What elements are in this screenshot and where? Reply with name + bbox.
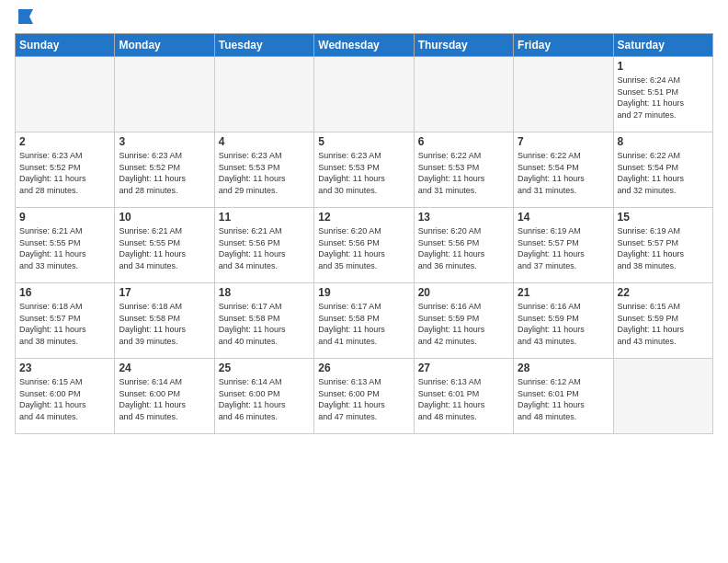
day-info: Sunrise: 6:14 AM Sunset: 6:00 PM Dayligh…: [119, 376, 210, 422]
calendar-day-cell: 3Sunrise: 6:23 AM Sunset: 5:52 PM Daylig…: [115, 132, 214, 208]
svg-marker-0: [18, 9, 33, 24]
calendar-day-cell: 15Sunrise: 6:19 AM Sunset: 5:57 PM Dayli…: [613, 208, 712, 283]
calendar-day-cell: 23Sunrise: 6:15 AM Sunset: 6:00 PM Dayli…: [16, 359, 115, 434]
calendar-day-cell: 10Sunrise: 6:21 AM Sunset: 5:55 PM Dayli…: [115, 208, 214, 283]
calendar-week-row: 1Sunrise: 6:24 AM Sunset: 5:51 PM Daylig…: [16, 57, 713, 132]
day-info: Sunrise: 6:15 AM Sunset: 5:59 PM Dayligh…: [618, 301, 709, 347]
day-number: 28: [518, 362, 609, 374]
calendar-day-cell: 8Sunrise: 6:22 AM Sunset: 5:54 PM Daylig…: [613, 132, 712, 208]
day-number: 10: [119, 211, 210, 224]
day-number: 27: [418, 362, 509, 374]
calendar-day-cell: 26Sunrise: 6:13 AM Sunset: 6:00 PM Dayli…: [314, 359, 414, 434]
day-number: 14: [518, 211, 609, 224]
calendar-week-row: 9Sunrise: 6:21 AM Sunset: 5:55 PM Daylig…: [16, 208, 713, 283]
day-number: 9: [19, 211, 110, 224]
weekday-header-sunday: Sunday: [16, 34, 115, 57]
weekday-header-monday: Monday: [115, 34, 214, 57]
calendar-header: [15, 15, 713, 24]
calendar-day-cell: 18Sunrise: 6:17 AM Sunset: 5:58 PM Dayli…: [214, 283, 313, 359]
day-info: Sunrise: 6:23 AM Sunset: 5:53 PM Dayligh…: [318, 150, 409, 196]
weekday-header-thursday: Thursday: [414, 34, 513, 57]
calendar-day-cell: 5Sunrise: 6:23 AM Sunset: 5:53 PM Daylig…: [314, 132, 414, 208]
day-number: 25: [219, 362, 310, 374]
weekday-header-friday: Friday: [514, 34, 613, 57]
day-number: 2: [19, 135, 110, 148]
calendar-day-cell: 12Sunrise: 6:20 AM Sunset: 5:56 PM Dayli…: [314, 208, 414, 283]
day-info: Sunrise: 6:21 AM Sunset: 5:55 PM Dayligh…: [19, 225, 110, 271]
day-info: Sunrise: 6:23 AM Sunset: 5:53 PM Dayligh…: [219, 150, 310, 196]
day-info: Sunrise: 6:15 AM Sunset: 6:00 PM Dayligh…: [19, 376, 110, 422]
calendar-day-cell: 27Sunrise: 6:13 AM Sunset: 6:01 PM Dayli…: [414, 359, 513, 434]
calendar-day-cell: 14Sunrise: 6:19 AM Sunset: 5:57 PM Dayli…: [514, 208, 613, 283]
calendar-day-cell: 11Sunrise: 6:21 AM Sunset: 5:56 PM Dayli…: [214, 208, 313, 283]
day-info: Sunrise: 6:24 AM Sunset: 5:51 PM Dayligh…: [618, 75, 709, 121]
calendar-day-cell: [115, 57, 214, 132]
calendar-day-cell: 13Sunrise: 6:20 AM Sunset: 5:56 PM Dayli…: [414, 208, 513, 283]
day-number: 17: [119, 286, 210, 299]
calendar-day-cell: [314, 57, 414, 132]
calendar-day-cell: 19Sunrise: 6:17 AM Sunset: 5:58 PM Dayli…: [314, 283, 414, 359]
day-number: 22: [618, 286, 709, 299]
day-info: Sunrise: 6:19 AM Sunset: 5:57 PM Dayligh…: [518, 225, 609, 271]
calendar-day-cell: 7Sunrise: 6:22 AM Sunset: 5:54 PM Daylig…: [514, 132, 613, 208]
day-info: Sunrise: 6:12 AM Sunset: 6:01 PM Dayligh…: [518, 376, 609, 422]
day-info: Sunrise: 6:23 AM Sunset: 5:52 PM Dayligh…: [19, 150, 110, 196]
day-info: Sunrise: 6:21 AM Sunset: 5:56 PM Dayligh…: [219, 225, 310, 271]
page-container: SundayMondayTuesdayWednesdayThursdayFrid…: [0, 0, 728, 442]
day-info: Sunrise: 6:17 AM Sunset: 5:58 PM Dayligh…: [318, 301, 409, 347]
weekday-header-saturday: Saturday: [613, 34, 712, 57]
calendar-week-row: 2Sunrise: 6:23 AM Sunset: 5:52 PM Daylig…: [16, 132, 713, 208]
day-number: 18: [219, 286, 310, 299]
weekday-header-row: SundayMondayTuesdayWednesdayThursdayFrid…: [16, 34, 713, 57]
calendar-day-cell: 1Sunrise: 6:24 AM Sunset: 5:51 PM Daylig…: [613, 57, 712, 132]
day-info: Sunrise: 6:22 AM Sunset: 5:54 PM Dayligh…: [618, 150, 709, 196]
day-info: Sunrise: 6:18 AM Sunset: 5:57 PM Dayligh…: [19, 301, 110, 347]
weekday-header-wednesday: Wednesday: [314, 34, 414, 57]
day-number: 13: [418, 211, 509, 224]
day-number: 15: [618, 211, 709, 224]
day-number: 6: [418, 135, 509, 148]
calendar-day-cell: 22Sunrise: 6:15 AM Sunset: 5:59 PM Dayli…: [613, 283, 712, 359]
day-number: 7: [518, 135, 609, 148]
day-number: 11: [219, 211, 310, 224]
day-info: Sunrise: 6:20 AM Sunset: 5:56 PM Dayligh…: [418, 225, 509, 271]
calendar-day-cell: [613, 359, 712, 434]
calendar-day-cell: 17Sunrise: 6:18 AM Sunset: 5:58 PM Dayli…: [115, 283, 214, 359]
calendar-day-cell: 25Sunrise: 6:14 AM Sunset: 6:00 PM Dayli…: [214, 359, 313, 434]
day-number: 16: [19, 286, 110, 299]
day-info: Sunrise: 6:16 AM Sunset: 5:59 PM Dayligh…: [418, 301, 509, 347]
calendar-day-cell: [514, 57, 613, 132]
day-info: Sunrise: 6:14 AM Sunset: 6:00 PM Dayligh…: [219, 376, 310, 422]
day-number: 4: [219, 135, 310, 148]
calendar-day-cell: 24Sunrise: 6:14 AM Sunset: 6:00 PM Dayli…: [115, 359, 214, 434]
day-info: Sunrise: 6:21 AM Sunset: 5:55 PM Dayligh…: [119, 225, 210, 271]
calendar-week-row: 16Sunrise: 6:18 AM Sunset: 5:57 PM Dayli…: [16, 283, 713, 359]
calendar-day-cell: 20Sunrise: 6:16 AM Sunset: 5:59 PM Dayli…: [414, 283, 513, 359]
calendar-table: SundayMondayTuesdayWednesdayThursdayFrid…: [15, 33, 713, 434]
calendar-day-cell: [214, 57, 313, 132]
day-info: Sunrise: 6:23 AM Sunset: 5:52 PM Dayligh…: [119, 150, 210, 196]
day-number: 26: [318, 362, 409, 374]
day-number: 5: [318, 135, 409, 148]
day-info: Sunrise: 6:13 AM Sunset: 6:00 PM Dayligh…: [318, 376, 409, 422]
day-info: Sunrise: 6:22 AM Sunset: 5:54 PM Dayligh…: [518, 150, 609, 196]
day-number: 8: [618, 135, 709, 148]
calendar-week-row: 23Sunrise: 6:15 AM Sunset: 6:00 PM Dayli…: [16, 359, 713, 434]
day-number: 24: [119, 362, 210, 374]
day-info: Sunrise: 6:22 AM Sunset: 5:53 PM Dayligh…: [418, 150, 509, 196]
logo: [15, 15, 35, 24]
day-number: 23: [19, 362, 110, 374]
day-info: Sunrise: 6:19 AM Sunset: 5:57 PM Dayligh…: [618, 225, 709, 271]
day-info: Sunrise: 6:17 AM Sunset: 5:58 PM Dayligh…: [219, 301, 310, 347]
calendar-day-cell: [16, 57, 115, 132]
day-number: 20: [418, 286, 509, 299]
calendar-day-cell: 9Sunrise: 6:21 AM Sunset: 5:55 PM Daylig…: [16, 208, 115, 283]
day-info: Sunrise: 6:18 AM Sunset: 5:58 PM Dayligh…: [119, 301, 210, 347]
day-number: 12: [318, 211, 409, 224]
calendar-day-cell: [414, 57, 513, 132]
day-info: Sunrise: 6:13 AM Sunset: 6:01 PM Dayligh…: [418, 376, 509, 422]
calendar-day-cell: 21Sunrise: 6:16 AM Sunset: 5:59 PM Dayli…: [514, 283, 613, 359]
day-number: 1: [618, 60, 709, 73]
calendar-day-cell: 4Sunrise: 6:23 AM Sunset: 5:53 PM Daylig…: [214, 132, 313, 208]
calendar-day-cell: 28Sunrise: 6:12 AM Sunset: 6:01 PM Dayli…: [514, 359, 613, 434]
